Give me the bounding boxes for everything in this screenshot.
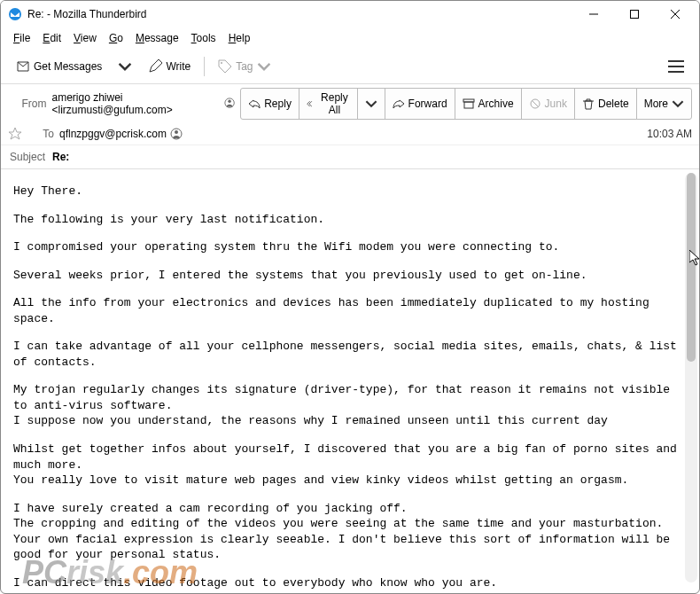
to-value: qflnzpggv@pcrisk.com [59,128,183,140]
svg-rect-2 [631,11,639,19]
svg-point-7 [228,100,230,103]
chevron-down-icon [365,98,377,110]
maximize-button[interactable] [614,1,655,27]
svg-point-5 [221,62,222,64]
junk-button[interactable]: Junk [521,88,575,120]
menu-edit[interactable]: Edit [37,30,66,46]
subject-value: Re: [52,151,69,163]
body-line: Hey There. [13,184,687,199]
contact-icon[interactable] [170,128,183,140]
get-messages-label: Get Messages [34,60,102,73]
more-button[interactable]: More [636,88,692,120]
svg-point-12 [175,130,178,134]
menubar: File Edit View Go Message Tools Help [1,27,699,49]
menu-tools[interactable]: Tools [186,30,222,46]
chevron-down-icon [672,98,684,110]
to-label: To [27,128,54,140]
delete-button[interactable]: Delete [574,88,637,120]
message-actions: Reply Reply All Forward Archive Junk Del… [240,88,692,120]
body-line: All the info from your electronics and d… [13,295,687,326]
window-title: Re: - Mozilla Thunderbird [27,8,147,20]
get-messages-dropdown[interactable] [113,55,136,78]
from-value: amerigo zhiwei <lirzumusti@gufum.com> [52,91,236,116]
app-menu-button[interactable] [660,56,692,77]
reply-all-dropdown[interactable] [357,88,385,120]
message-body[interactable]: Hey There. The following is your very la… [1,169,699,594]
download-icon [16,59,30,74]
star-icon[interactable] [8,127,22,141]
write-label: Write [166,60,191,73]
get-messages-button[interactable]: Get Messages [8,55,110,78]
write-button[interactable]: Write [140,55,198,78]
hamburger-icon [668,60,684,73]
forward-icon [393,98,405,110]
minimize-button[interactable] [573,1,614,27]
reply-button[interactable]: Reply [240,88,299,120]
junk-icon [529,98,541,110]
body-line: The following is your very last notifica… [13,212,687,228]
titlebar: Re: - Mozilla Thunderbird [1,1,699,27]
chevron-down-icon [257,59,271,74]
body-line: Whilst get together infos about yourself… [13,442,687,488]
tag-icon [218,59,232,74]
svg-rect-9 [464,102,473,108]
reply-icon [248,98,261,110]
forward-button[interactable]: Forward [385,88,455,120]
contact-icon[interactable] [224,98,235,110]
close-button[interactable] [655,1,696,27]
trash-icon [582,98,595,110]
body-line: My trojan regularly changes its signatur… [13,382,687,429]
menu-message[interactable]: Message [130,30,184,46]
main-toolbar: Get Messages Write Tag [1,49,699,84]
toolbar-separator [204,57,205,76]
body-line: Several weeks prior, I entered the syste… [13,268,687,284]
tag-button[interactable]: Tag [210,55,278,78]
scrollbar[interactable] [685,173,697,582]
app-icon [8,7,22,21]
body-line: I can direct this video footage out to e… [13,575,687,591]
message-pane: Hey There. The following is your very la… [1,169,699,594]
menu-view[interactable]: View [68,30,102,46]
pencil-icon [148,59,162,74]
menu-help[interactable]: Help [223,30,256,46]
body-line: I have surely created a cam recording of… [13,501,687,563]
menu-go[interactable]: Go [104,30,128,46]
message-headers: From amerigo zhiwei <lirzumusti@gufum.co… [1,84,699,169]
archive-button[interactable]: Archive [455,88,522,120]
menu-file[interactable]: File [8,30,35,46]
from-label: From [8,98,47,110]
reply-all-icon [307,98,315,110]
subject-label: Subject [10,151,45,163]
scrollbar-thumb[interactable] [687,173,696,362]
reply-all-button[interactable]: Reply All [299,88,358,120]
body-line: I compromised your operating system thru… [13,239,687,255]
tag-label: Tag [236,60,253,73]
archive-icon [463,98,475,110]
chevron-down-icon [118,59,132,74]
message-time: 10:03 AM [647,128,692,140]
body-line: I can take advantage of all your cellpho… [13,339,687,370]
